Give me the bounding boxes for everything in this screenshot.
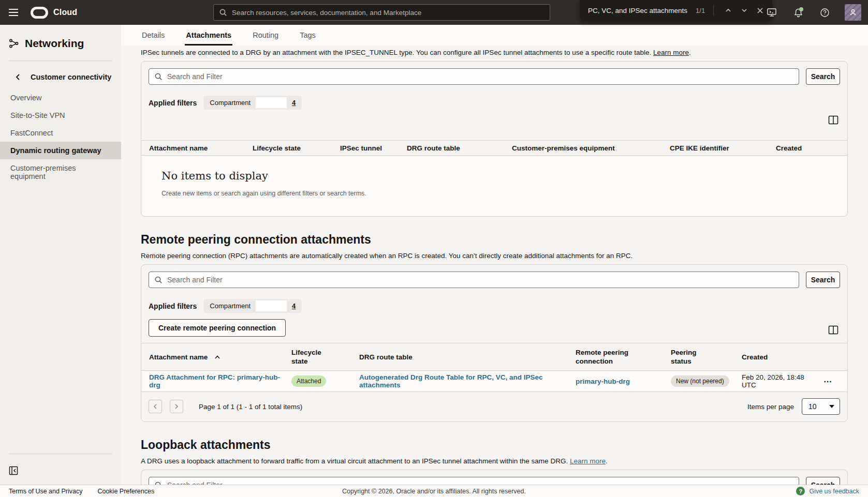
divider: [9, 454, 112, 454]
column-header[interactable]: IPSec tunnel: [340, 141, 407, 155]
tab-tags[interactable]: Tags: [299, 26, 317, 46]
chevron-left-icon: [14, 73, 21, 81]
rpc-attachments-card: Search Applied filters Compartment 4 Cre…: [141, 264, 848, 422]
cloud-shell-button[interactable]: [766, 6, 778, 19]
give-feedback-link[interactable]: Give us feedback: [809, 488, 859, 495]
compartment-name-redacted: [256, 97, 287, 108]
tab-routing[interactable]: Routing: [252, 26, 279, 46]
column-header[interactable]: Lifecycle state: [253, 141, 340, 155]
row-actions-menu-button[interactable]: ⋯: [823, 376, 832, 386]
loopback-search-filter-field[interactable]: [149, 477, 799, 485]
sidebar: Networking Customer connectivity Overvie…: [0, 25, 121, 485]
top-bar: Cloud PC, VC, and IPSec attachments 1/1: [0, 0, 868, 25]
attachment-name-link[interactable]: DRG Attachment for RPC: primary-hub-drg: [149, 373, 286, 389]
column-header[interactable]: Remote peering connection: [576, 343, 671, 370]
chevron-left-icon: [153, 403, 158, 410]
column-header[interactable]: DRG route table: [407, 141, 512, 155]
loopback-search-input[interactable]: [167, 481, 793, 485]
global-search-input[interactable]: [232, 9, 545, 17]
loopback-description-text: A DRG uses a loopback attachment to forw…: [141, 457, 570, 465]
rpc-description: Remote peering connection (RPC) attachme…: [141, 252, 848, 260]
column-header[interactable]: Created: [776, 141, 847, 155]
collapse-panel-icon: [9, 466, 18, 475]
rpc-search-filter-field[interactable]: [149, 272, 799, 288]
column-settings-button[interactable]: [827, 323, 840, 337]
rpc-section-heading: Remote peering connection attachments: [141, 232, 848, 247]
ipsec-search-button[interactable]: Search: [806, 68, 840, 85]
loopback-attachments-card: Search Applied filters Compartment: [141, 470, 848, 485]
sidebar-back-customer-connectivity[interactable]: Customer connectivity: [0, 73, 121, 81]
help-icon: [820, 8, 830, 18]
sidebar-collapse-button[interactable]: [9, 465, 20, 476]
loopback-description: A DRG uses a loopback attachment to forw…: [141, 457, 848, 465]
ipsec-table-tools: [149, 113, 840, 127]
ipsec-search-filter-field[interactable]: [149, 68, 799, 85]
rpc-search-input[interactable]: [167, 276, 793, 284]
column-settings-button[interactable]: [827, 113, 840, 127]
column-header[interactable]: Created: [742, 343, 823, 370]
sidebar-title: Networking: [25, 37, 84, 50]
column-header[interactable]: Customer-premises equipment: [512, 141, 670, 155]
compartment-name-redacted: [256, 300, 287, 311]
loopback-search-button[interactable]: Search: [806, 477, 840, 485]
compartment-filter-chip[interactable]: Compartment 4: [203, 299, 302, 313]
sidebar-item-overview[interactable]: Overview: [0, 89, 121, 107]
sidebar-item-dynamic-routing-gateway[interactable]: Dynamic routing gateway: [0, 142, 121, 159]
items-per-page-select[interactable]: 10: [802, 398, 840, 415]
divider: [9, 61, 112, 61]
column-header[interactable]: Attachment name: [141, 141, 253, 155]
created-timestamp: Feb 20, 2026, 18:48 UTC: [742, 373, 818, 389]
sidebar-item-customer-premises-equipment[interactable]: Customer-premises equipment: [0, 159, 121, 185]
ipsec-learn-more-link[interactable]: Learn more: [653, 49, 689, 56]
next-page-button[interactable]: [170, 400, 183, 413]
items-per-page-value: 10: [808, 402, 817, 411]
help-button[interactable]: [818, 6, 831, 19]
column-header[interactable]: Peering status: [671, 343, 742, 370]
tab-bar: Details Attachments Routing Tags: [121, 25, 868, 46]
ipsec-search-input[interactable]: [167, 72, 793, 81]
rpc-search-button[interactable]: Search: [806, 272, 840, 288]
applied-filters-label: Applied filters: [149, 99, 197, 107]
brand-name: Cloud: [53, 8, 77, 17]
feedback-help-icon: ?: [796, 487, 805, 495]
footer: Terms of Use and Privacy Cookie Preferen…: [0, 485, 868, 497]
column-header-sorted[interactable]: Attachment name: [141, 343, 291, 370]
drg-route-table-link[interactable]: Autogenerated Drg Route Table for RPC, V…: [359, 373, 570, 389]
find-close-button[interactable]: [754, 4, 766, 17]
find-previous-button[interactable]: [722, 4, 734, 17]
create-remote-peering-connection-button[interactable]: Create remote peering connection: [149, 319, 286, 337]
period: .: [689, 49, 691, 56]
cookie-preferences-link[interactable]: Cookie Preferences: [97, 488, 154, 495]
find-match-count: 1/1: [696, 7, 705, 14]
ipsec-attachments-card: Search Applied filters Compartment 4: [141, 61, 848, 217]
column-header[interactable]: DRG route table: [359, 343, 576, 370]
column-header[interactable]: CPE IKE identifier: [670, 141, 776, 155]
remote-peering-connection-link[interactable]: primary-hub-drg: [576, 378, 630, 385]
search-icon: [219, 8, 227, 17]
compartment-filter-chip[interactable]: Compartment 4: [203, 96, 302, 110]
previous-page-button[interactable]: [149, 400, 162, 413]
loopback-learn-more-link[interactable]: Learn more: [570, 457, 606, 465]
notifications-button[interactable]: [792, 6, 804, 19]
table-row: DRG Attachment for RPC: primary-hub-drg …: [141, 371, 847, 392]
sidebar-item-fastconnect[interactable]: FastConnect: [0, 124, 121, 142]
tab-details[interactable]: Details: [141, 26, 166, 46]
ipsec-search-row: Search: [149, 68, 840, 85]
global-search-bar[interactable]: [213, 4, 550, 21]
chip-count[interactable]: 4: [292, 99, 296, 107]
top-bar-actions: [766, 0, 861, 25]
notification-dot: [799, 7, 803, 11]
find-next-button[interactable]: [738, 4, 750, 17]
find-in-page-bar: PC, VC, and IPSec attachments 1/1: [580, 0, 772, 21]
hamburger-menu-icon[interactable]: [9, 6, 22, 19]
tab-attachments[interactable]: Attachments: [185, 26, 232, 46]
user-avatar[interactable]: [845, 4, 861, 21]
search-icon: [154, 276, 163, 284]
terms-link[interactable]: Terms of Use and Privacy: [9, 488, 82, 495]
column-header[interactable]: Lifecycle state: [291, 343, 359, 370]
close-icon: [757, 7, 763, 14]
sidebar-group-label: Customer connectivity: [31, 73, 111, 81]
chip-count[interactable]: 4: [292, 302, 296, 310]
sidebar-item-site-to-site-vpn[interactable]: Site-to-Site VPN: [0, 107, 121, 124]
search-icon: [154, 481, 163, 485]
